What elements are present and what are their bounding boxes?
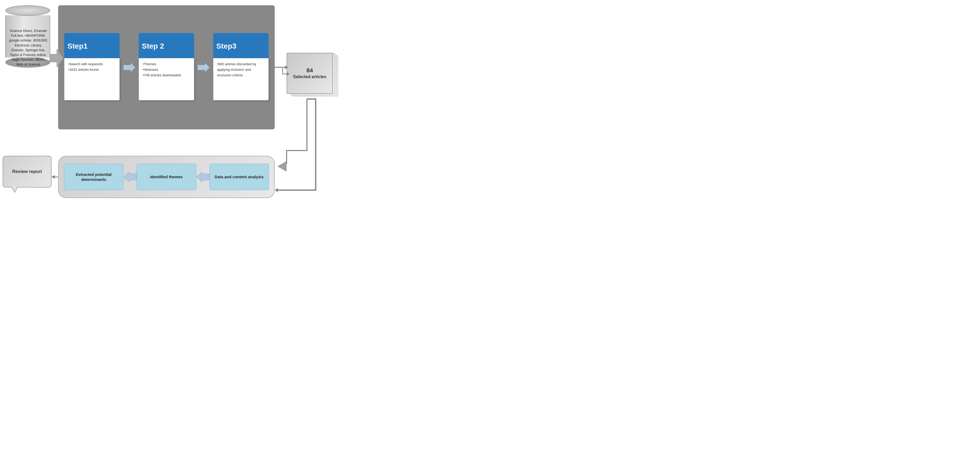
step1-title: Step1 bbox=[67, 42, 88, 51]
arrow-data-to-themes bbox=[196, 172, 210, 182]
selected-count: 84 bbox=[306, 67, 313, 75]
svg-marker-2 bbox=[123, 172, 137, 182]
identified-themes-box: Identified themes bbox=[137, 164, 196, 190]
review-report-label: Review report bbox=[12, 169, 42, 174]
data-content-analysis-text: Data and content analysis bbox=[215, 174, 264, 180]
review-report-container: Review report bbox=[3, 156, 54, 198]
database-sources-text: Science Direct, Emerald Full text, ABI/I… bbox=[6, 29, 51, 67]
svg-marker-1 bbox=[197, 63, 210, 72]
svg-marker-0 bbox=[123, 63, 135, 72]
review-report-bubble: Review report bbox=[3, 156, 51, 188]
bottom-process-row: Extracted potential determinants Identif… bbox=[58, 156, 275, 198]
database-container: Science Direct, Emerald Full text, ABI/I… bbox=[3, 5, 53, 69]
svg-marker-8 bbox=[277, 161, 286, 172]
steps-container: Step1 •Search with keywords•1032 article… bbox=[58, 5, 275, 129]
cylinder-top bbox=[5, 5, 50, 16]
step1-detail: •Search with keywords•1032 articles foun… bbox=[64, 58, 120, 100]
database-cylinder: Science Direct, Emerald Full text, ABI/I… bbox=[5, 5, 50, 69]
step1-detail-text: •Search with keywords•1032 articles foun… bbox=[68, 62, 103, 72]
svg-marker-3 bbox=[196, 172, 210, 182]
step1-header: Step1 bbox=[64, 33, 120, 59]
step3-title: Step3 bbox=[216, 42, 236, 51]
step2-header: Step 2 bbox=[139, 33, 194, 59]
arrow-step2-step3 bbox=[197, 63, 210, 72]
selected-label: Selected articles bbox=[293, 74, 326, 80]
step2-block: Step 2 •Themes•Abstracts•749 articles do… bbox=[138, 33, 195, 102]
selected-articles-label: 84 Selected articles bbox=[286, 53, 333, 94]
arrow-step1-step2 bbox=[123, 63, 135, 72]
selected-to-bottom-connector bbox=[277, 99, 307, 172]
selected-articles-stack: 84 Selected articles bbox=[286, 53, 339, 99]
data-content-analysis-box: Data and content analysis bbox=[210, 164, 269, 190]
step1-block: Step1 •Search with keywords•1032 article… bbox=[64, 33, 121, 102]
step3-block: Step3 •665 articles discarded by applyin… bbox=[212, 33, 269, 102]
main-connector-path bbox=[275, 99, 316, 192]
cylinder-body: Science Direct, Emerald Full text, ABI/I… bbox=[5, 15, 50, 57]
step2-title: Step 2 bbox=[142, 42, 164, 51]
extracted-determinants-box: Extracted potential determinants bbox=[64, 164, 123, 190]
arrow-themes-to-extracted bbox=[123, 172, 137, 182]
step3-detail-text: •665 articles discarded by applying incl… bbox=[217, 62, 256, 77]
step3-header: Step3 bbox=[213, 33, 269, 59]
extracted-determinants-text: Extracted potential determinants bbox=[66, 172, 121, 182]
identified-themes-text: Identified themes bbox=[150, 174, 183, 180]
step2-detail: •Themes•Abstracts•749 articles downloade… bbox=[139, 58, 194, 100]
step2-detail-text: •Themes•Abstracts•749 articles downloade… bbox=[143, 62, 181, 77]
step3-detail: •665 articles discarded by applying incl… bbox=[213, 58, 269, 100]
svg-marker-11 bbox=[275, 188, 278, 192]
